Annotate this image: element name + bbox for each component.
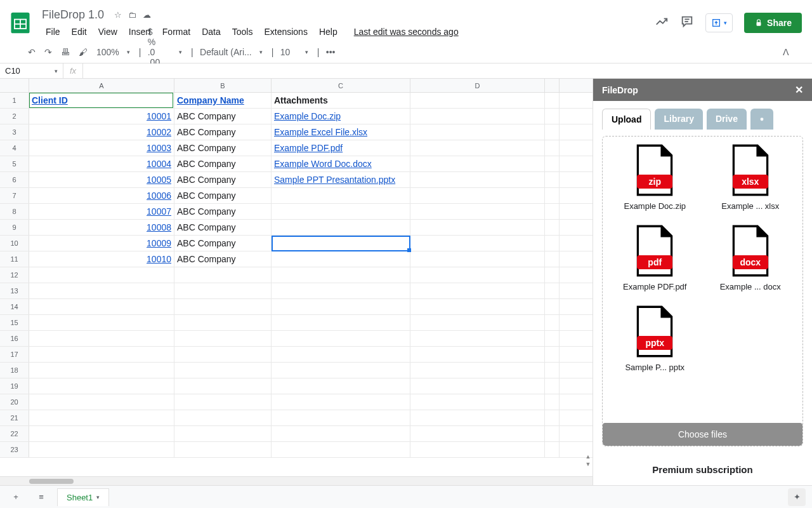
cell-C9[interactable] [272,220,410,235]
cell-B22[interactable] [174,426,272,441]
row-header-13[interactable]: 13 [0,283,29,298]
last-edit-link[interactable]: Last edit was seconds ago [349,24,464,39]
menu-extensions[interactable]: Extensions [259,24,312,39]
cell-C20[interactable] [272,394,410,410]
cell-E4[interactable] [545,140,560,156]
cell-B1[interactable]: Company Name [174,93,272,108]
cell-C1[interactable]: Attachments [272,93,410,108]
cell-E16[interactable] [545,331,560,346]
col-header-A[interactable]: A [29,79,174,92]
cell-C11[interactable] [272,251,410,267]
row-header-14[interactable]: 14 [0,299,29,314]
cell-A21[interactable] [29,410,174,425]
cell-E12[interactable] [545,267,560,283]
spreadsheet-grid[interactable]: ABCD 1Client IDCompany NameAttachments 2… [0,79,593,485]
cell-B20[interactable] [174,394,272,410]
cell-A17[interactable] [29,347,174,362]
cell-B14[interactable] [174,299,272,314]
cell-C10[interactable] [272,236,410,251]
row-header-4[interactable]: 4 [0,140,29,156]
col-header-blank[interactable] [545,79,560,92]
add-sheet-button[interactable]: + [6,488,25,507]
cell-D2[interactable] [410,109,545,124]
cell-E8[interactable] [545,204,560,219]
row-header-23[interactable]: 23 [0,442,29,457]
cell-C17[interactable] [272,347,410,362]
menu-file[interactable]: File [41,24,65,39]
cell-D8[interactable] [410,204,545,219]
menu-view[interactable]: View [93,24,122,39]
cell-B12[interactable] [174,267,272,283]
cell-B19[interactable] [174,378,272,394]
cell-B4[interactable]: ABC Company [174,140,272,156]
collapse-toolbar-button[interactable]: ᐱ [783,47,802,57]
cell-C2[interactable]: Example Doc.zip [272,109,410,124]
present-button[interactable]: ▾ [705,13,733,32]
cell-A2[interactable]: 10001 [29,109,174,124]
cell-D9[interactable] [410,220,545,235]
menu-tools[interactable]: Tools [227,24,258,39]
name-box[interactable]: C10 ▾ [0,64,63,78]
menu-help[interactable]: Help [314,24,343,39]
vscroll-buttons[interactable]: ▲▼ [584,453,593,467]
cell-A12[interactable] [29,267,174,283]
cell-E21[interactable] [545,410,560,425]
row-header-16[interactable]: 16 [0,331,29,346]
star-icon[interactable]: ☆ [114,10,122,20]
cell-D20[interactable] [410,394,545,410]
cell-A23[interactable] [29,442,174,457]
cloud-icon[interactable]: ☁ [143,10,151,20]
cell-E20[interactable] [545,394,560,410]
row-header-17[interactable]: 17 [0,347,29,362]
cell-B23[interactable] [174,442,272,457]
cell-C14[interactable] [272,299,410,314]
cell-B7[interactable]: ABC Company [174,188,272,203]
cell-C19[interactable] [272,378,410,394]
cell-E15[interactable] [545,315,560,330]
row-header-10[interactable]: 10 [0,236,29,251]
cell-E23[interactable] [545,442,560,457]
cell-D4[interactable] [410,140,545,156]
cell-D13[interactable] [410,283,545,298]
cell-D19[interactable] [410,378,545,394]
cell-A10[interactable]: 10009 [29,236,174,251]
doc-title[interactable]: FileDrop 1.0 [38,7,108,23]
cell-E11[interactable] [545,251,560,267]
cell-E5[interactable] [545,156,560,171]
horizontal-scrollbar[interactable] [0,476,593,485]
cell-B9[interactable]: ABC Company [174,220,272,235]
cell-D17[interactable] [410,347,545,362]
cell-B15[interactable] [174,315,272,330]
row-header-15[interactable]: 15 [0,315,29,330]
cell-E14[interactable] [545,299,560,314]
cell-B6[interactable]: ABC Company [174,172,272,187]
cell-B18[interactable] [174,363,272,378]
cell-C18[interactable] [272,363,410,378]
cell-D12[interactable] [410,267,545,283]
cell-C5[interactable]: Example Word Doc.docx [272,156,410,171]
cell-D15[interactable] [410,315,545,330]
cell-A1[interactable]: Client ID [29,93,174,108]
cell-A22[interactable] [29,426,174,441]
activity-icon[interactable] [655,15,669,32]
file-item-docx[interactable]: docxExample ... docx [706,225,796,291]
file-item-xlsx[interactable]: xlsxExample ... xlsx [706,144,796,211]
cell-D6[interactable] [410,172,545,187]
cell-D3[interactable] [410,124,545,140]
row-header-18[interactable]: 18 [0,363,29,378]
cell-D21[interactable] [410,410,545,425]
move-icon[interactable]: 🗀 [128,10,136,20]
row-header-1[interactable]: 1 [0,93,29,108]
cell-A18[interactable] [29,363,174,378]
tab-upload[interactable]: Upload [602,109,651,130]
menu-data[interactable]: Data [197,24,226,39]
row-header-8[interactable]: 8 [0,204,29,219]
cell-D10[interactable] [410,236,545,251]
cell-E10[interactable] [545,236,560,251]
row-header-21[interactable]: 21 [0,410,29,425]
cell-B10[interactable]: ABC Company [174,236,272,251]
redo-button[interactable]: ↷ [44,47,52,57]
cell-E6[interactable] [545,172,560,187]
row-header-6[interactable]: 6 [0,172,29,187]
cell-D14[interactable] [410,299,545,314]
